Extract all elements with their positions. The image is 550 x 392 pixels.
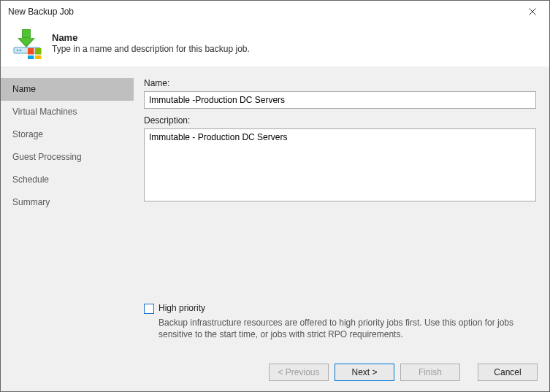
close-button[interactable]	[516, 1, 549, 23]
name-input[interactable]	[144, 91, 536, 109]
finish-button: Finish	[400, 364, 460, 381]
sidebar-item-storage[interactable]: Storage	[1, 123, 134, 146]
sidebar-item-summary[interactable]: Summary	[1, 191, 134, 214]
backup-job-icon	[11, 27, 43, 59]
wizard-footer: < Previous Next > Finish Cancel	[1, 356, 549, 391]
svg-point-8	[20, 50, 22, 52]
sidebar-item-label: Name	[12, 84, 36, 94]
wizard-header-text: Name Type in a name and description for …	[52, 32, 250, 54]
sidebar-item-label: Guest Processing	[12, 152, 82, 162]
name-label: Name:	[144, 78, 536, 88]
close-icon	[529, 8, 536, 15]
sidebar-item-schedule[interactable]: Schedule	[1, 169, 134, 191]
svg-point-7	[17, 50, 19, 52]
description-input[interactable]	[144, 128, 536, 201]
wizard-step-subtitle: Type in a name and description for this …	[52, 44, 250, 54]
high-priority-row: High priority	[144, 303, 536, 314]
window-title: New Backup Job	[8, 7, 74, 17]
sidebar-item-label: Storage	[12, 129, 43, 139]
wizard-step-title: Name	[52, 32, 250, 43]
sidebar-item-guest-processing[interactable]: Guest Processing	[1, 146, 134, 169]
svg-rect-11	[28, 55, 34, 59]
wizard-content: Name: Description: High priority Backup …	[134, 67, 549, 356]
svg-marker-5	[19, 38, 34, 46]
wizard-body: Name Virtual Machines Storage Guest Proc…	[1, 66, 549, 356]
next-button[interactable]: Next >	[335, 364, 394, 381]
sidebar-item-label: Summary	[12, 197, 50, 207]
previous-button: < Previous	[269, 364, 329, 381]
wizard-steps-sidebar: Name Virtual Machines Storage Guest Proc…	[1, 67, 134, 356]
wizard-window: New Backup Job	[0, 0, 550, 392]
cancel-button[interactable]: Cancel	[478, 364, 538, 381]
svg-rect-4	[23, 30, 30, 37]
description-label: Description:	[144, 115, 536, 126]
high-priority-hint: Backup infrastructure resources are offe…	[144, 317, 536, 340]
sidebar-item-virtual-machines[interactable]: Virtual Machines	[1, 101, 134, 123]
high-priority-checkbox[interactable]	[144, 304, 154, 314]
svg-rect-12	[35, 55, 42, 59]
sidebar-item-label: Schedule	[12, 174, 49, 185]
titlebar: New Backup Job	[1, 1, 549, 23]
sidebar-item-name[interactable]: Name	[1, 78, 134, 101]
svg-rect-9	[28, 48, 34, 55]
wizard-header: Name Type in a name and description for …	[1, 23, 549, 66]
sidebar-item-label: Virtual Machines	[12, 107, 77, 117]
svg-rect-10	[35, 48, 42, 55]
high-priority-label[interactable]: High priority	[158, 303, 205, 313]
